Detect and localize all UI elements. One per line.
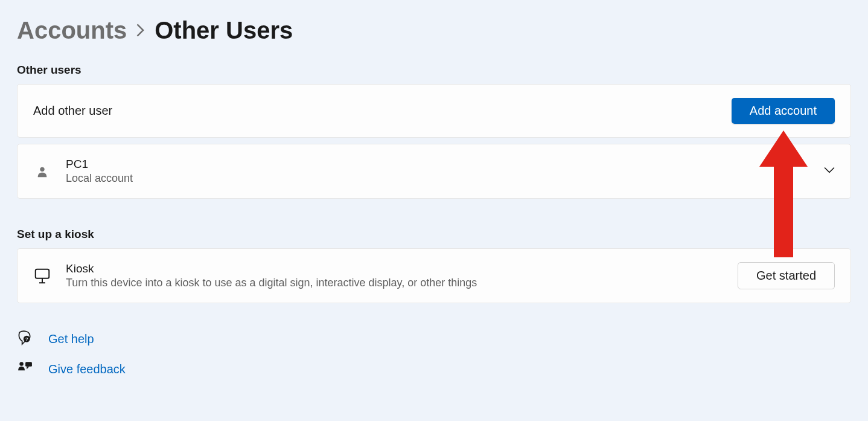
give-feedback-label: Give feedback	[48, 362, 126, 376]
breadcrumb-current: Other Users	[155, 17, 293, 44]
add-other-user-label: Add other user	[33, 104, 112, 118]
footer-links: ? Get help Give feedback	[17, 330, 851, 378]
user-type: Local account	[66, 172, 133, 185]
help-icon: ?	[17, 330, 33, 348]
breadcrumb: Accounts Other Users	[17, 17, 851, 44]
get-help-link[interactable]: ? Get help	[17, 330, 851, 348]
user-icon	[33, 165, 51, 178]
breadcrumb-parent[interactable]: Accounts	[17, 17, 127, 44]
svg-text:?: ?	[25, 336, 28, 342]
user-name: PC1	[66, 158, 133, 171]
user-row[interactable]: PC1 Local account	[17, 144, 851, 199]
svg-rect-7	[25, 362, 32, 367]
svg-rect-1	[36, 269, 49, 278]
kiosk-icon	[33, 267, 51, 285]
get-started-button[interactable]: Get started	[738, 262, 835, 289]
section-header-kiosk: Set up a kiosk	[17, 228, 851, 241]
chevron-down-icon[interactable]	[824, 165, 835, 178]
get-help-label: Get help	[48, 332, 94, 346]
svg-point-6	[19, 362, 24, 366]
kiosk-title: Kiosk	[66, 262, 477, 275]
add-other-user-row: Add other user Add account	[17, 84, 851, 138]
section-header-other-users: Other users	[17, 63, 851, 77]
add-account-button[interactable]: Add account	[732, 98, 835, 124]
kiosk-row: Kiosk Turn this device into a kiosk to u…	[17, 248, 851, 303]
give-feedback-link[interactable]: Give feedback	[17, 360, 851, 378]
kiosk-description: Turn this device into a kiosk to use as …	[66, 277, 477, 289]
feedback-icon	[17, 360, 33, 378]
chevron-right-icon	[136, 24, 145, 40]
svg-point-0	[40, 167, 44, 171]
